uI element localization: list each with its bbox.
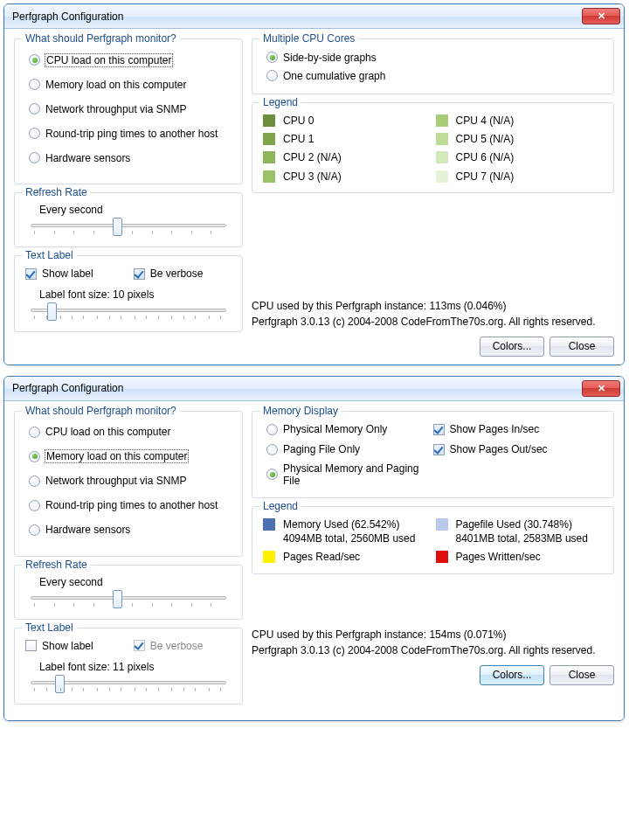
radio-icon [266,70,278,81]
footer-info: CPU used by this Perfgraph instance: 154… [252,627,614,659]
titlebar[interactable]: Perfgraph Configuration ✕ [4,4,624,29]
slider-ticks [31,231,226,238]
refresh-groupbox: Refresh Rate Every second [14,192,243,247]
window-body: What should Perfgraph monitor? CPU load … [4,29,624,364]
radio-icon [29,54,40,66]
legend-item: CPU 2 (N/A) [263,150,431,164]
legend-item: CPU 6 (N/A) [436,150,604,164]
radio-hardware[interactable]: Hardware sensors [29,523,232,538]
checkbox-showlabel[interactable]: Show label [25,640,93,652]
checkbox-pagesout[interactable]: Show Pages Out/sec [433,442,604,457]
window-title: Perfgraph Configuration [12,382,123,394]
checkbox-showlabel[interactable]: Show label [25,267,93,280]
slider-ticks [31,688,226,695]
copyright-text: Perfgraph 3.0.13 (c) 2004-2008 CodeFromT… [252,642,614,659]
radio-paging[interactable]: Paging File Only [266,442,433,457]
legend-text: Pages Written/sec [456,550,541,564]
font-size-label: Label font size: 10 pixels [39,288,232,301]
textlabel-groupbox: Text Label Show label Be verbose Label f… [14,628,243,705]
textlabel-title: Text Label [22,621,77,634]
checkbox-pagesin[interactable]: Show Pages In/sec [433,422,604,437]
radio-icon [29,451,40,462]
radio-network[interactable]: Network throughput via SNMP [29,101,232,116]
swatch-icon [263,170,275,183]
checkbox-icon [25,640,37,651]
swatch-icon [436,151,448,163]
refresh-slider[interactable] [31,224,226,227]
slider-ticks [31,603,226,610]
radio-ping[interactable]: Round-trip ping times to another host [29,126,232,141]
radio-cpu[interactable]: CPU load on this computer [29,52,232,67]
radio-sidebyside-label: Side-by-side graphs [283,52,377,64]
checkbox-icon [433,424,445,435]
radio-cumulative[interactable]: One cumulative graph [266,68,603,83]
radio-sidebyside[interactable]: Side-by-side graphs [266,50,603,65]
close-icon: ✕ [598,383,605,394]
radio-icon [266,52,278,63]
colors-button[interactable]: Colors... [480,665,544,685]
legend-title: Legend [259,96,301,108]
radio-icon [29,103,40,115]
radio-hardware[interactable]: Hardware sensors [29,150,232,165]
refresh-label: Every second [39,204,232,216]
legend-text: CPU 4 (N/A) [456,114,515,128]
legend-pages-written: Pages Written/sec [436,550,604,564]
radio-phys-label: Physical Memory Only [283,423,387,435]
monitor-groupbox: What should Perfgraph monitor? CPU load … [14,38,243,184]
legend-sub-text: 8401MB total, 2583MB used [456,531,588,545]
checkbox-verbose[interactable]: Be verbose [134,267,204,280]
config-window-cpu: Perfgraph Configuration ✕ What should Pe… [3,3,625,365]
legend-text: CPU 1 [283,132,314,146]
swatch-icon [263,115,275,127]
radio-phys[interactable]: Physical Memory Only [266,422,433,437]
refresh-slider[interactable] [31,596,226,600]
titlebar[interactable]: Perfgraph Configuration ✕ [4,377,624,401]
legend-item: CPU 4 (N/A) [436,114,604,128]
close-button[interactable]: Close [550,337,614,357]
buttons-row: Colors... Close [252,665,614,685]
refresh-groupbox: Refresh Rate Every second [14,565,243,620]
memdisplay-title: Memory Display [259,405,342,417]
mem-legend-grid: Memory Used (62.542%) 4094MB total, 2560… [263,517,603,565]
radio-ping[interactable]: Round-trip ping times to another host [29,498,232,513]
legend-pages-read: Pages Read/sec [263,550,431,564]
window-close-button[interactable]: ✕ [582,8,620,24]
radio-both-label: Physical Memory and Paging File [283,462,433,487]
colors-button[interactable]: Colors... [480,337,544,357]
fontsize-slider[interactable] [31,309,226,312]
radio-icon [29,128,40,139]
radio-both[interactable]: Physical Memory and Paging File [266,462,433,487]
radio-ping-label: Round-trip ping times to another host [45,499,218,511]
memdisplay-groupbox: Memory Display Physical Memory Only Show… [252,411,614,498]
radio-ping-label: Round-trip ping times to another host [45,128,218,140]
radio-network[interactable]: Network throughput via SNMP [29,474,232,489]
radio-network-label: Network throughput via SNMP [45,475,186,487]
fontsize-slider[interactable] [31,681,226,684]
radio-icon [29,427,40,438]
slider-ticks [31,316,226,323]
legend-sub-text: 4094MB total, 2560MB used [283,531,415,545]
checkbox-verbose-label: Be verbose [150,267,204,280]
window-close-button[interactable]: ✕ [582,380,620,397]
swatch-icon [263,151,275,163]
textlabel-groupbox: Text Label Show label Be verbose Label f… [14,255,243,332]
radio-memory[interactable]: Memory load on this computer [29,449,232,464]
swatch-icon [436,115,448,127]
checkbox-showlabel-label: Show label [42,267,93,280]
radio-memory[interactable]: Memory load on this computer [29,77,232,92]
font-size-label: Label font size: 11 pixels [39,661,232,673]
cpucores-groupbox: Multiple CPU Cores Side-by-side graphs O… [252,38,614,94]
swatch-icon [263,133,275,145]
radio-cpu[interactable]: CPU load on this computer [29,425,232,440]
radio-paging-label: Paging File Only [283,443,360,455]
checkbox-icon [433,444,445,455]
refresh-title: Refresh Rate [22,559,91,571]
radio-icon [266,424,278,435]
close-button[interactable]: Close [550,665,614,685]
radio-hardware-label: Hardware sensors [45,524,130,536]
legend-text: Pages Read/sec [283,550,360,564]
radio-memory-label: Memory load on this computer [45,79,186,91]
checkbox-pagesout-label: Show Pages Out/sec [450,443,548,455]
radio-icon [266,444,278,455]
radio-memory-label: Memory load on this computer [45,450,188,462]
